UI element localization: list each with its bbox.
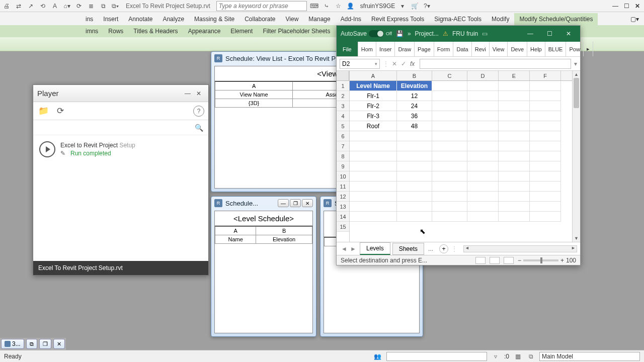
close-button[interactable]: ✕ [633,2,642,10]
scroll-up-icon[interactable]: ▲ [573,71,580,78]
row-header[interactable]: 8 [337,151,349,161]
ribbon-tab[interactable]: Sigma-AEC Tools [429,13,487,25]
tab-formulas[interactable]: Form [434,42,454,56]
col-header[interactable]: A [350,71,397,80]
minimize-button[interactable]: — [523,26,538,42]
ribbon-tab[interactable]: Collaborate [239,13,280,25]
zoom-slider[interactable] [523,259,558,261]
help-icon[interactable]: ? [193,106,204,117]
row-header[interactable]: 9 [337,161,349,171]
mdi-tab[interactable]: 3... [1,339,24,349]
row-header[interactable]: 7 [337,141,349,151]
page-break-button[interactable] [504,257,514,264]
tab-scroll-right-icon[interactable]: ▸ [584,42,593,56]
add-sheet-button[interactable]: + [439,244,448,253]
cancel-icon[interactable]: ✕ [392,60,397,67]
filter-icon[interactable]: ▿ [491,352,500,361]
ribbon-panel-toggle-icon[interactable]: ▢▾ [625,13,644,25]
text-icon[interactable]: A [50,2,59,11]
tab-file[interactable]: File [337,42,358,56]
col-header[interactable]: B [397,71,432,80]
dynamo-script-item[interactable]: Excel to Revit Project Setup Run complet… [33,135,208,162]
save-icon[interactable]: 💾 [396,30,404,37]
mdi-cascade-button[interactable]: ⧉ [26,339,37,349]
tab-help[interactable]: Help [527,42,545,56]
tab-review[interactable]: Revi [472,42,490,56]
sub-item[interactable]: imns [80,26,103,36]
sub-item[interactable]: Appearance [183,26,226,36]
cell[interactable]: Flr-3 [350,111,397,121]
options-icon[interactable]: ≣ [87,2,96,11]
zoom-value[interactable]: 100 [566,257,576,264]
sub-item[interactable]: Rows [103,26,128,36]
qat-more-icon[interactable]: » [408,30,411,37]
sheet-nav-next-icon[interactable]: ► [349,245,358,252]
ribbon-tab[interactable]: Add-Ins [336,13,366,25]
help-icon[interactable]: ?▾ [422,2,431,11]
minimize-button[interactable]: — [611,2,620,10]
name-box[interactable]: D2 [340,59,380,69]
tab-home[interactable]: Hom [358,42,376,56]
refresh-icon[interactable]: ⟳ [54,105,66,117]
main-model-dropdown[interactable]: Main Model [539,352,640,361]
horizontal-scrollbar[interactable]: ◄ ► [463,245,577,252]
normal-view-button[interactable] [475,257,486,264]
maximize-button[interactable]: ☐ [622,2,631,10]
sync-icon[interactable]: ⟳ [74,2,84,11]
ribbon-tab[interactable]: Analyze [157,13,189,25]
cell[interactable]: Elevation [397,81,432,91]
row-header[interactable]: 3 [337,101,349,111]
enter-icon[interactable]: ✓ [401,60,406,67]
row-header[interactable]: 4 [337,111,349,121]
tab-draw[interactable]: Draw [395,42,415,56]
dynamo-titlebar[interactable]: Player — ✕ [33,85,208,102]
excel-titlebar[interactable]: AutoSave Off 💾 » Project... ⚠ FRU fruin … [337,26,580,42]
maximize-button[interactable]: ☐ [542,26,557,42]
folder-icon[interactable]: 📁 [37,105,49,117]
play-icon[interactable] [39,141,55,157]
formula-input[interactable] [420,59,571,69]
cell[interactable]: 36 [397,111,432,121]
mdi-close-button[interactable]: ✕ [53,339,65,349]
row-header[interactable]: 14 [337,212,349,222]
search-input[interactable] [216,1,307,11]
row-header[interactable]: 12 [337,192,349,202]
scroll-thumb[interactable] [574,78,579,108]
ribbon-tab[interactable]: Massing & Site [189,13,239,25]
row-header[interactable]: 1 [337,81,349,91]
ribbon-tab[interactable]: Annotate [123,13,157,25]
sub-item[interactable]: Titles & Headers [128,26,183,36]
row-header[interactable]: 11 [337,182,349,192]
toggle-off-icon[interactable] [369,30,384,37]
minimize-button[interactable]: — [278,199,289,207]
tab-page[interactable]: Page [415,42,434,56]
design-options-icon[interactable]: ⧉ [526,352,535,361]
tab-power[interactable]: Pow [566,42,583,56]
switch-windows-icon[interactable]: ⧉▾ [111,2,120,11]
ribbon-tab[interactable]: Revit Express Tools [366,13,429,25]
close-button[interactable]: ✕ [302,199,313,207]
col-header[interactable]: C [432,71,467,80]
favorite-icon[interactable]: ☆ [334,2,343,11]
window-titlebar[interactable]: R Schedule... — ❐ ✕ [211,197,316,210]
col-header[interactable]: D [467,71,499,80]
zoom-in-button[interactable]: + [560,257,564,264]
ribbon-tab[interactable]: ins [80,13,98,25]
selection-dropdown[interactable] [386,352,487,361]
communicate-icon[interactable]: ⤷ [322,2,331,11]
vertical-scrollbar[interactable]: ▲ ▼ [572,71,580,242]
cell[interactable]: Level Name [350,81,397,91]
tab-view[interactable]: View [490,42,508,56]
keyboard-icon[interactable]: ⌨ [310,2,319,11]
minimize-icon[interactable]: — [182,88,193,99]
cell[interactable]: Flr-1 [350,91,397,101]
editable-only-icon[interactable]: ▦ [513,352,522,361]
user-dropdown-icon[interactable]: ▾ [398,2,407,11]
dimension-icon[interactable]: ↗ [26,2,35,11]
sub-item[interactable]: Element [225,26,258,36]
tab-bluebeam[interactable]: BLUE [545,42,567,56]
row-header[interactable]: 15 [337,222,349,232]
default3d-icon[interactable]: ⌂▾ [62,2,71,11]
sheet-tab-active[interactable]: Levels [360,242,390,255]
schedule-grid[interactable]: AB NameElevation [215,226,312,244]
